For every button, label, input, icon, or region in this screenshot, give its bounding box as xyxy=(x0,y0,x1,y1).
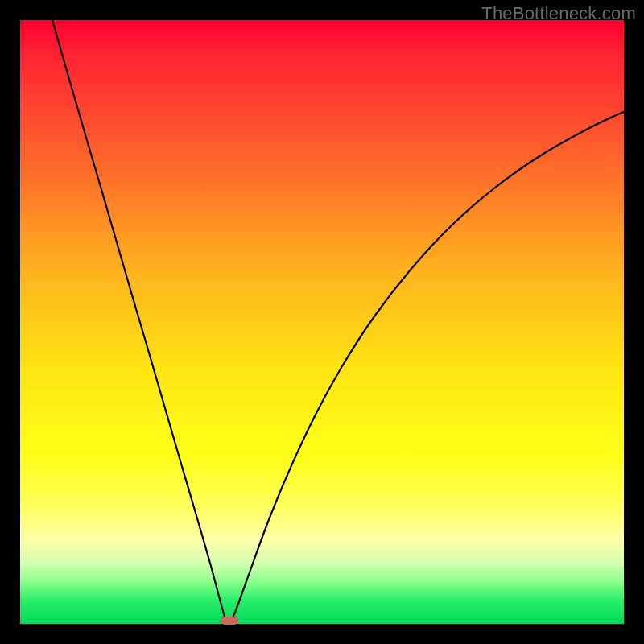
chart-plot-area xyxy=(20,20,624,624)
bottleneck-curve xyxy=(20,20,624,624)
watermark-text: TheBottleneck.com xyxy=(481,3,636,24)
optimal-point-marker xyxy=(221,617,238,625)
